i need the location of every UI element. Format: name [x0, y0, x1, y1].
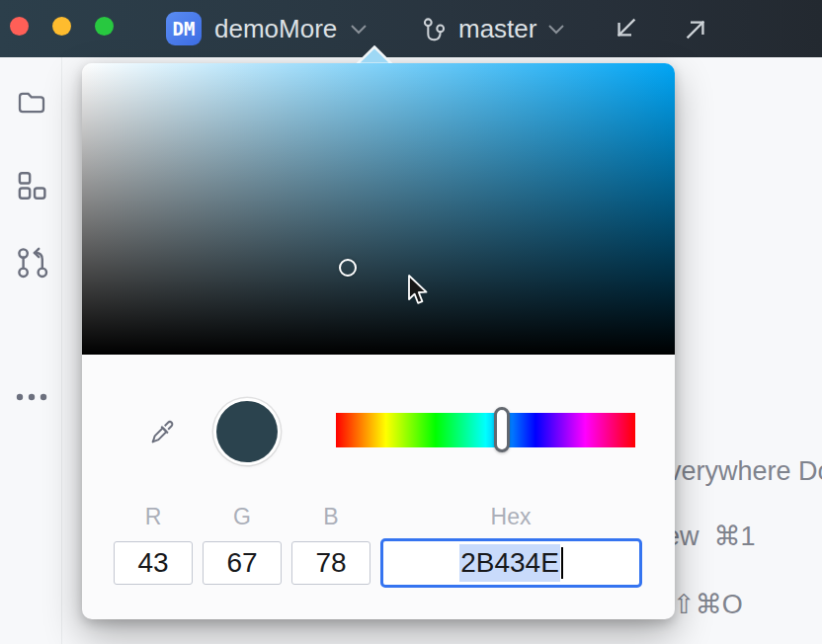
- green-value: 67: [226, 547, 257, 579]
- close-window-button[interactable]: [10, 17, 29, 36]
- more-dots-icon: [15, 392, 48, 402]
- project-avatar: DM: [166, 12, 202, 45]
- update-project-button[interactable]: [611, 14, 640, 46]
- git-branch-icon: [421, 16, 448, 42]
- sidebar-item-version-control[interactable]: [14, 244, 49, 280]
- color-position-marker: [339, 259, 357, 277]
- ide-window: DM demoMore master: [0, 0, 822, 644]
- mouse-cursor: [404, 275, 430, 308]
- arrow-up-right-icon: [682, 14, 711, 43]
- title-bar: DM demoMore master: [0, 0, 822, 57]
- eyedropper-icon: [148, 417, 178, 446]
- green-label: G: [198, 504, 287, 530]
- chevron-down-icon: [350, 23, 368, 35]
- blue-label: B: [287, 504, 375, 530]
- hex-input[interactable]: 2B434E: [380, 538, 642, 588]
- red-label: R: [109, 504, 198, 530]
- current-color-swatch: [216, 401, 278, 462]
- window-controls: [10, 17, 114, 36]
- hue-slider[interactable]: [336, 413, 635, 447]
- sidebar-item-more[interactable]: [14, 379, 49, 415]
- sidebar-item-structure[interactable]: [14, 168, 49, 203]
- color-picker-popup: R G B Hex 43 67 78 2B434E: [82, 63, 675, 619]
- modules-icon: [15, 169, 48, 202]
- eyedropper-button[interactable]: [147, 416, 179, 447]
- zoom-window-button[interactable]: [95, 17, 114, 36]
- folder-icon: [16, 87, 47, 119]
- blue-input[interactable]: 78: [291, 541, 370, 585]
- chevron-down-icon: [547, 23, 565, 35]
- popup-arrow: [355, 45, 394, 64]
- toolwindow-sidebar: [0, 57, 62, 644]
- hex-label: Hex: [466, 504, 555, 530]
- hue-slider-handle[interactable]: [494, 407, 510, 452]
- project-name: demoMore: [214, 14, 337, 44]
- red-input[interactable]: 43: [114, 541, 193, 585]
- branch-name: master: [458, 14, 536, 44]
- hex-value-selected-text: 2B434E: [459, 544, 560, 582]
- saturation-value-area[interactable]: [82, 63, 675, 355]
- git-update-icon: [14, 244, 49, 280]
- arrow-down-left-icon: [611, 14, 640, 43]
- push-commits-button[interactable]: [682, 14, 711, 46]
- git-branch-widget[interactable]: master: [421, 0, 565, 57]
- minimize-window-button[interactable]: [52, 17, 71, 36]
- project-switcher[interactable]: DM demoMore: [166, 0, 368, 57]
- green-input[interactable]: 67: [203, 541, 282, 585]
- text-caret: [561, 547, 563, 579]
- blue-value: 78: [315, 547, 346, 579]
- red-value: 43: [137, 547, 168, 579]
- sidebar-item-project[interactable]: [14, 85, 49, 121]
